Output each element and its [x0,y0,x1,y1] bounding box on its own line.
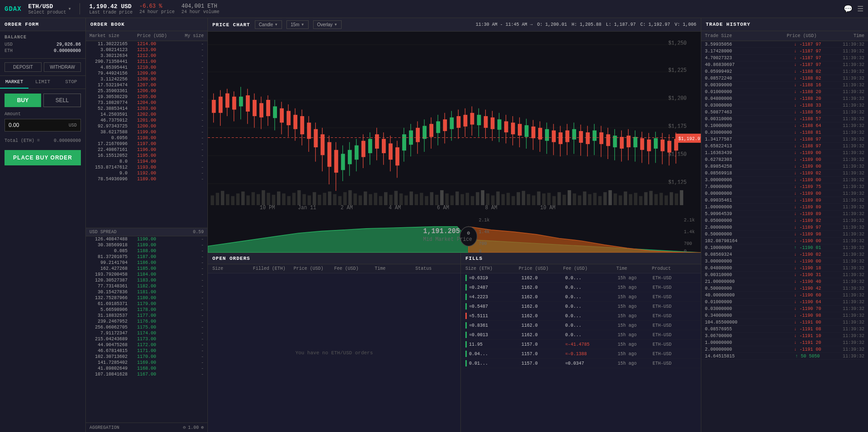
ob-ask-row[interactable]: 79.449241561209.00- [86,70,207,76]
svg-rect-46 [379,196,383,205]
buy-button[interactable]: BUY [5,94,41,107]
svg-rect-141 [328,142,332,167]
aggregation-plus[interactable]: ⊕ [201,425,204,430]
interval-button[interactable]: 15m ▼ [286,20,308,29]
ob-ask-row[interactable]: 16.155120521195.00- [86,153,207,159]
th-trade-price: ↓ -1189 00 [774,150,842,155]
ob-ask-row[interactable]: 17.216769961197.00- [86,141,207,147]
chat-icon[interactable]: 💬 [844,5,853,14]
svg-rect-115 [239,97,243,107]
oo-col-time: Time [375,266,415,271]
ob-bid-row[interactable]: 77.731483611182.00- [86,283,207,289]
svg-rect-32 [308,195,311,205]
ob-ask-row[interactable]: 14.25035911202.00- [86,112,207,117]
ob-ask-row[interactable]: 52.388534141203.00- [86,106,207,112]
svg-rect-97 [639,196,643,205]
th-trade-price: ↓ -1191 20 [774,340,842,345]
th-trade-time: 11:39:32 [842,293,864,298]
svg-text:Mid Market Price: Mid Market Price [423,236,472,243]
ob-bid-row[interactable]: 107.108416281167.00- [86,371,207,377]
ob-ask-row[interactable]: 290.713584411211.00- [86,59,207,65]
ob-bid-row[interactable]: 46.678148151171.00- [86,348,207,354]
ob-ask-row[interactable]: 0.69561198.00- [86,135,207,141]
ob-ask-row[interactable]: 4.853954411210.00- [86,65,207,70]
overlay-button[interactable]: Overlay ▼ [313,20,342,29]
th-trade-time: 11:39:32 [842,286,864,291]
ob-ask-row[interactable]: 22.498671611196.00- [86,147,207,153]
ob-bid-row[interactable]: 99.21417041186.00- [86,260,207,266]
tab-limit[interactable]: LIMIT [28,76,57,89]
ob-bid-row[interactable]: 120.305273871183.00- [86,277,207,283]
th-col-size: Trade Size [705,33,773,38]
ob-ask-row[interactable]: 3.112422561208.00- [86,76,207,82]
ob-bid-row[interactable]: 81.372010751187.00- [86,254,207,260]
tab-market[interactable]: MARKET [0,76,28,89]
th-trade-size: 0.04800000 [705,96,774,101]
svg-text:4 AM: 4 AM [389,204,401,211]
menu-icon[interactable]: ☰ [857,5,863,14]
svg-rect-14 [216,193,220,205]
ob-ask-row[interactable]: 73.108207741204.00- [86,100,207,106]
ob-ask-row[interactable]: 25.359033611206.00- [86,88,207,94]
place-order-button[interactable]: PLACE BUY ORDER [5,150,81,165]
pair-selector[interactable]: ETH/USD Select product ▼ [28,3,71,15]
aggregation-minus[interactable]: ⊖ [183,425,186,430]
f-col-fee: Fee (USD) [563,266,616,271]
ob-ask-row[interactable]: 78.549369961189.00- [86,176,207,182]
trade-history-row: 0.05000000 ↓ -1189 92 11:39:32 [701,217,868,224]
deposit-button[interactable]: DEPOSIT [5,62,42,72]
candle-type-button[interactable]: Candle ▼ [255,20,282,29]
ob-bid-row[interactable]: 0.0851188.00- [86,248,207,254]
ob-bid-row[interactable]: 239.24679521176.00- [86,319,207,324]
ob-bid-row[interactable]: 31.188325371177.00- [86,313,207,319]
svg-rect-209 [558,132,563,144]
ob-ask-row[interactable]: 38.62175881199.00- [86,129,207,135]
ob-ask-row[interactable]: 3.082141231213.00- [86,47,207,53]
ob-ask-row[interactable]: 11.302221651214.00- [86,41,207,47]
ob-bid-row[interactable]: 5.665989061178.00- [86,307,207,313]
fill-time: 15h ago [618,352,652,357]
ob-ask-row[interactable]: 8.01194.00- [86,159,207,164]
ob-bid-row[interactable]: 44.904752681172.00- [86,342,207,348]
pair-dropdown-arrow[interactable]: ▼ [69,7,71,11]
ob-ask-row[interactable]: 153.871476121193.00- [86,164,207,170]
fill-size: ≈4.2223 [469,295,521,300]
ob-bid-row[interactable]: 132.752879661180.00- [86,295,207,301]
ob-ask-row[interactable]: 9.01192.00- [86,170,207,176]
th-trade-size: 0.05999492 [705,69,774,74]
ob-bid-row[interactable]: 215.042436891173.00- [86,336,207,342]
ob-bid-row[interactable]: 41.898026491168.00- [86,366,207,371]
chart-container[interactable]: $1,250 $1,225 $1,200 $1,175 $1,150 $1,12… [208,32,701,253]
withdraw-button[interactable]: WITHDRAW [44,62,81,72]
svg-rect-63 [466,193,469,205]
ob-bid-row[interactable]: 162.4272681185.00- [86,266,207,272]
ob-ask-row[interactable]: 46.73759121201.00- [86,117,207,123]
fill-price: 1157.0 [521,352,565,357]
ob-bid-row[interactable]: 126.408474881190.00- [86,236,207,242]
tab-stop[interactable]: STOP [57,76,85,89]
svg-rect-117 [246,95,250,112]
ob-bid-row[interactable]: 30.385699181189.00- [86,242,207,248]
ob-ask-row[interactable]: 92.973437251200.00- [86,123,207,129]
ob-ask-row[interactable]: 17.532194741207.00- [86,82,207,88]
th-col-time: Time [830,33,864,38]
svg-text:0: 0 [479,248,481,253]
svg-text:1.4k: 1.4k [479,229,489,235]
sell-button[interactable]: SELL [43,94,81,107]
ob-bid-row[interactable]: 61.691853711179.00- [86,301,207,307]
th-trade-price: ↓ -1189 00 [774,178,842,183]
ob-bid-row[interactable]: 256.060627051175.00- [86,324,207,330]
ob-bid-row[interactable]: 193.792004581184.00- [86,272,207,277]
ob-bid-row[interactable]: 141.72854021169.00- [86,360,207,366]
fill-product: ETH-USD [652,342,696,347]
ob-ask-row[interactable]: 3.302126341212.00- [86,53,207,59]
trade-history-row: 0.08569918 ↓ -1189 02 11:39:32 [701,170,868,177]
th-trade-size: 0.08576955 [705,327,774,332]
ob-bid-row[interactable]: 7.911723471174.00- [86,330,207,336]
fill-price: 1162.0 [521,333,565,338]
ob-ask-row[interactable]: 19.305302291205.00- [86,94,207,100]
trade-history-row: 1.16363439 ↓ -1189 00 11:39:32 [701,150,868,156]
ob-bid-row[interactable]: 102.307136021170.00- [86,354,207,360]
chart-toolbar: PRICE CHART Candle ▼ 15m ▼ Overlay ▼ 11:… [208,18,701,32]
ob-bid-row[interactable]: 30.154278361181.00- [86,289,207,295]
